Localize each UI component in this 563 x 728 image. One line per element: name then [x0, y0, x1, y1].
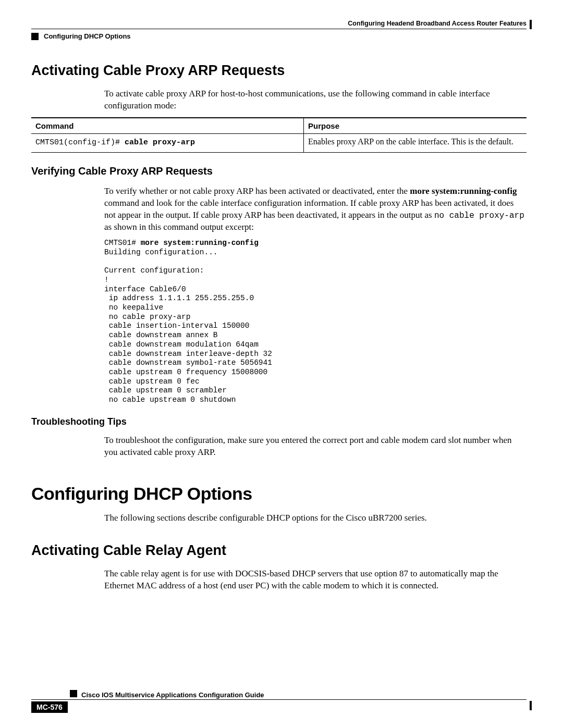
footer-guide-title: Cisco IOS Multiservice Applications Conf…	[81, 691, 264, 699]
heading-verifying-proxy-arp: Verifying Cable Proxy ARP Requests	[31, 165, 527, 177]
square-bullet-icon	[31, 33, 39, 40]
bold-command: more system:running-config	[410, 186, 517, 196]
running-header-chapter: Configuring Headend Broadband Access Rou…	[348, 20, 527, 27]
th-purpose: Purpose	[304, 118, 527, 134]
paragraph: To verify whether or not cable proxy ARP…	[104, 186, 527, 233]
page-content: Activating Cable Proxy ARP Requests To a…	[31, 63, 527, 597]
page-number: MC-576	[31, 701, 68, 713]
paragraph: To troubleshoot the configuration, make …	[104, 435, 527, 459]
th-command: Command	[31, 118, 304, 134]
text-run: To verify whether or not cable proxy ARP…	[104, 186, 410, 196]
paragraph: The following sections describe configur…	[104, 512, 527, 524]
running-header-section-wrap: Configuring DHCP Options	[31, 32, 131, 40]
header-end-marker	[530, 20, 532, 29]
heading-configuring-dhcp: Configuring DHCP Options	[31, 484, 527, 504]
cell-command: CMTS01(config-if)# cable proxy-arp	[31, 133, 304, 152]
heading-activating-relay-agent: Activating Cable Relay Agent	[31, 542, 527, 559]
header-rule	[31, 29, 527, 29]
footer-end-marker	[530, 701, 532, 710]
cli-command-bold: more system:running-config	[141, 239, 259, 247]
command-table: Command Purpose CMTS01(config-if)# cable…	[31, 117, 527, 153]
cli-command: CMTS01(config-if)# cable proxy-arp	[35, 138, 195, 147]
table-row: CMTS01(config-if)# cable proxy-arp Enabl…	[31, 133, 527, 152]
square-bullet-icon	[70, 690, 77, 697]
footer-rule	[31, 699, 527, 700]
cli-output-body: Building configuration... Current config…	[104, 248, 272, 404]
text-run: as shown in this command output excerpt:	[104, 222, 254, 232]
paragraph: To activate cable proxy ARP for host-to-…	[104, 88, 527, 112]
cli-keyword: cable proxy-arp	[125, 138, 195, 147]
cell-purpose: Enables proxy ARP on the cable interface…	[304, 133, 527, 152]
code-output: CMTS01# more system:running-config Build…	[104, 239, 527, 404]
table-header-row: Command Purpose	[31, 118, 527, 134]
paragraph: The cable relay agent is for use with DO…	[104, 568, 527, 592]
running-header-section: Configuring DHCP Options	[44, 32, 131, 40]
cli-prompt: CMTS01(config-if)#	[35, 138, 125, 147]
heading-troubleshooting: Troubleshooting Tips	[31, 416, 527, 427]
heading-activating-proxy-arp: Activating Cable Proxy ARP Requests	[31, 63, 527, 79]
inline-code: no cable proxy-arp	[434, 211, 524, 220]
cli-prompt: CMTS01#	[104, 239, 141, 247]
